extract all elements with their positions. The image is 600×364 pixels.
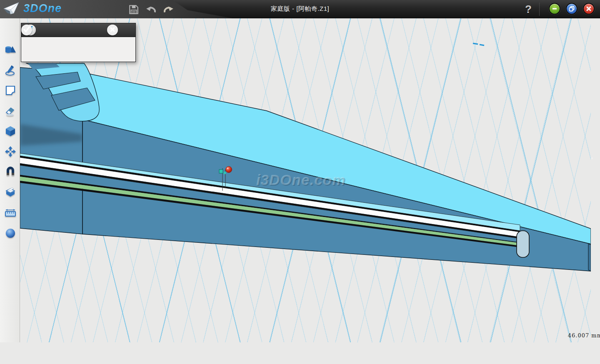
cursor-marks xyxy=(473,43,484,45)
modeling-viewport[interactable]: i3DOne.com i3DOne.com 46.007 mm xyxy=(20,18,591,342)
restore-icon xyxy=(569,6,575,12)
sidebar-item-magnet[interactable] xyxy=(4,166,17,179)
edge-select-dialog: i 边 E xyxy=(21,23,136,62)
material-sphere-icon xyxy=(5,227,16,239)
dialog-cancel-button[interactable] xyxy=(107,25,118,35)
sidebar-item-move[interactable] xyxy=(4,146,17,158)
eraser-icon xyxy=(5,105,16,117)
close-button[interactable] xyxy=(583,3,595,15)
sidebar-item-eraser[interactable] xyxy=(4,105,17,118)
check-icon xyxy=(23,26,30,33)
dimension-label: 46.007 mm xyxy=(554,332,600,339)
edge-bar-cap xyxy=(517,231,529,257)
sidebar-item-sketch-plane[interactable] xyxy=(4,85,17,97)
sidebar-item-material[interactable] xyxy=(4,227,17,240)
watermark: i3DOne.com xyxy=(256,172,345,188)
sketch-icon xyxy=(5,65,16,76)
measure-icon xyxy=(5,207,16,219)
tool-sidebar xyxy=(0,18,20,342)
magnet-icon xyxy=(5,166,16,178)
window-title: 家庭版 - [阿帕奇.Z1] xyxy=(0,5,600,13)
feature-cube-icon xyxy=(5,125,16,137)
sidebar-item-feature-cube[interactable] xyxy=(4,125,17,138)
model-canvas: i3DOne.com i3DOne.com xyxy=(20,18,591,342)
sidebar-item-measure[interactable] xyxy=(4,207,17,219)
titlebar: 3DOne 家庭版 - [阿帕奇.Z1] ? xyxy=(0,0,600,18)
sidebar-item-primitives[interactable] xyxy=(4,44,17,57)
titlebar-divider xyxy=(539,2,540,16)
minimize-button[interactable] xyxy=(549,3,560,15)
model-end-face xyxy=(588,244,591,271)
dialog-confirm-button[interactable] xyxy=(21,25,32,35)
sketch-plane-icon xyxy=(5,85,16,96)
panel-collapse-tab[interactable] xyxy=(591,157,593,159)
help-button[interactable]: ? xyxy=(522,1,535,17)
close-icon xyxy=(586,6,592,12)
close-icon xyxy=(109,26,116,33)
sidebar-item-combine[interactable] xyxy=(4,187,17,199)
combine-icon xyxy=(5,187,16,198)
minimize-icon xyxy=(552,6,558,12)
move-icon xyxy=(5,146,16,157)
sidebar-item-sketch[interactable] xyxy=(4,65,17,77)
primitives-icon xyxy=(5,44,16,56)
restore-button[interactable] xyxy=(566,3,578,15)
dialog-header[interactable]: i xyxy=(21,23,135,37)
